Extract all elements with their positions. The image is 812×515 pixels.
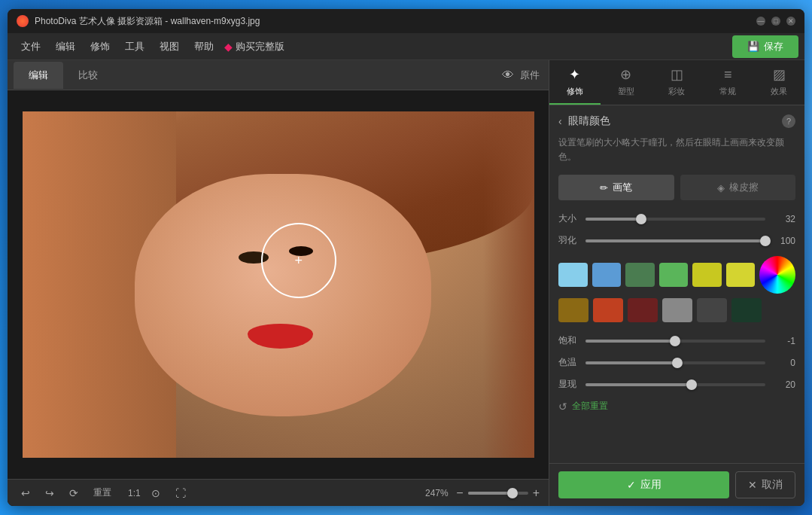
zoom-minus-button[interactable]: − — [456, 486, 463, 500]
menu-edit[interactable]: 编辑 — [48, 37, 83, 56]
color-swatch-3[interactable] — [625, 263, 655, 287]
section-title: 眼睛颜色 — [568, 114, 782, 128]
original-label: 原件 — [520, 69, 540, 82]
save-button[interactable]: 💾 保存 — [732, 35, 798, 58]
effect-icon: ▨ — [773, 66, 786, 83]
color-swatch-2[interactable] — [592, 263, 622, 287]
canvas-area: 编辑 比较 👁 原件 — [8, 60, 549, 506]
eye-right — [289, 246, 313, 256]
cancel-label: 取消 — [762, 478, 783, 492]
size-value: 32 — [771, 214, 795, 224]
section-header: ‹ 眼睛颜色 ? — [558, 114, 795, 128]
tab-shape[interactable]: ⊕ 塑型 — [601, 60, 652, 105]
redo-button[interactable]: ↪ — [41, 486, 59, 501]
tab-effect[interactable]: ▨ 效果 — [753, 60, 804, 105]
app-window: PhotoDiva 艺术人像 摄影资源箱 - wallhaven-m9xyg3.… — [8, 9, 804, 506]
panel-tabs: ✦ 修饰 ⊕ 塑型 ◫ 彩妆 ≡ 常规 ▨ 效果 — [549, 60, 804, 105]
menu-tools[interactable]: 工具 — [117, 37, 152, 56]
menu-view[interactable]: 视图 — [152, 37, 187, 56]
menu-file[interactable]: 文件 — [14, 37, 48, 56]
panel-actions: ✓ 应用 ✕ 取消 — [549, 463, 804, 506]
temperature-slider-row: 色温 0 — [558, 356, 795, 369]
save-icon: 💾 — [747, 41, 759, 52]
makeup-label: 彩妆 — [668, 86, 685, 97]
zoom-controls: 247% − + — [421, 486, 540, 500]
tab-edit[interactable]: 编辑 — [14, 62, 63, 89]
retouch-icon: ✦ — [569, 66, 580, 83]
buy-button[interactable]: 购买完整版 — [236, 40, 284, 53]
app-icon — [17, 15, 29, 27]
normal-icon: ≡ — [724, 67, 732, 83]
display-label: 显现 — [558, 378, 579, 391]
zoom-slider[interactable] — [468, 492, 528, 495]
color-swatch-7[interactable] — [558, 298, 588, 322]
eraser-icon: ◈ — [717, 182, 725, 194]
canvas-toolbar: 编辑 比较 👁 原件 — [8, 60, 549, 90]
color-swatch-11[interactable] — [697, 298, 727, 322]
color-swatch-12[interactable] — [731, 298, 762, 322]
tool-buttons: ✏ 画笔 ◈ 橡皮擦 — [558, 175, 795, 200]
fullscreen-button[interactable]: ⛶ — [171, 486, 190, 501]
maximize-button[interactable]: □ — [771, 17, 780, 26]
close-button[interactable]: ✕ — [786, 17, 795, 26]
color-wheel[interactable] — [759, 256, 795, 294]
feather-slider[interactable] — [585, 239, 765, 242]
apply-button[interactable]: ✓ 应用 — [558, 471, 729, 498]
face — [135, 174, 431, 416]
brush-tool-button[interactable]: ✏ 画笔 — [558, 175, 674, 200]
color-swatch-1[interactable] — [558, 263, 588, 287]
temperature-slider[interactable] — [585, 361, 765, 364]
color-swatch-10[interactable] — [662, 298, 692, 322]
color-swatch-6[interactable] — [726, 263, 756, 287]
display-slider[interactable] — [585, 383, 765, 386]
size-slider[interactable] — [585, 218, 765, 221]
reset-all-button[interactable]: 全部重置 — [572, 400, 608, 413]
cancel-button[interactable]: ✕ 取消 — [735, 471, 795, 498]
undo-button[interactable]: ↩ — [17, 486, 35, 501]
zoom-fit-button[interactable]: ⊙ — [147, 486, 165, 501]
feather-value: 100 — [771, 236, 795, 246]
feather-label: 羽化 — [558, 234, 579, 247]
color-swatch-5[interactable] — [692, 263, 722, 287]
reset-button[interactable]: ⟳ — [65, 486, 83, 501]
effect-label: 效果 — [771, 86, 787, 97]
size-slider-row: 大小 32 — [558, 212, 795, 225]
help-button[interactable]: ? — [782, 114, 795, 128]
toolbar-right: 👁 原件 — [502, 69, 549, 82]
color-swatch-9[interactable] — [628, 298, 658, 322]
lips — [248, 324, 313, 348]
menu-retouch[interactable]: 修饰 — [83, 37, 117, 56]
back-arrow-icon[interactable]: ‹ — [558, 115, 562, 127]
right-panel: ✦ 修饰 ⊕ 塑型 ◫ 彩妆 ≡ 常规 ▨ 效果 — [549, 60, 804, 506]
menu-help[interactable]: 帮助 — [187, 37, 221, 56]
shape-icon: ⊕ — [620, 66, 631, 83]
shape-label: 塑型 — [618, 86, 634, 97]
makeup-icon: ◫ — [671, 66, 683, 83]
eraser-label: 橡皮擦 — [729, 181, 759, 194]
normal-label: 常规 — [719, 86, 736, 97]
minimize-button[interactable]: — — [756, 17, 765, 26]
color-row-2 — [558, 298, 795, 322]
canvas-container[interactable]: + — [8, 90, 549, 479]
zoom-plus-button[interactable]: + — [533, 486, 540, 500]
tab-makeup[interactable]: ◫ 彩妆 — [652, 60, 703, 105]
eraser-tool-button[interactable]: ◈ 橡皮擦 — [680, 175, 796, 200]
saturation-value: -1 — [771, 336, 795, 346]
tab-normal[interactable]: ≡ 常规 — [702, 60, 753, 105]
apply-check-icon: ✓ — [627, 479, 636, 491]
reset-row: ↺ 全部重置 — [558, 400, 795, 413]
color-swatch-4[interactable] — [659, 263, 689, 287]
photo-frame: + — [23, 111, 534, 458]
reset-label: 重置 — [89, 485, 116, 501]
temperature-label: 色温 — [558, 356, 579, 369]
saturation-slider[interactable] — [585, 340, 765, 343]
hair-right — [483, 111, 534, 458]
eye-icon[interactable]: 👁 — [502, 69, 514, 82]
title-bar: PhotoDiva 艺术人像 摄影资源箱 - wallhaven-m9xyg3.… — [8, 9, 804, 33]
buy-container: ◆ 购买完整版 — [224, 40, 284, 53]
brush-label: 画笔 — [613, 181, 632, 194]
tab-compare[interactable]: 比较 — [63, 62, 113, 89]
color-swatch-8[interactable] — [593, 298, 623, 322]
tab-retouch[interactable]: ✦ 修饰 — [549, 60, 601, 105]
zoom-value: 247% — [421, 488, 452, 498]
